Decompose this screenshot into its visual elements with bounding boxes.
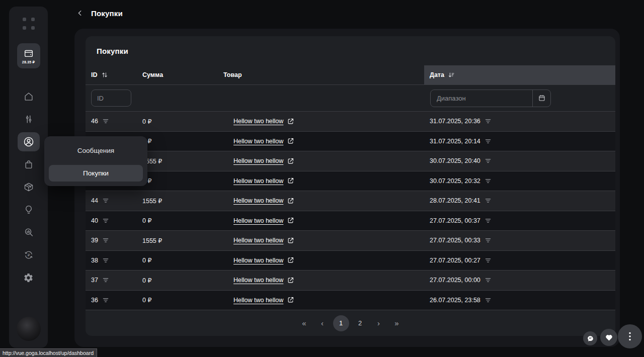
wallet-balance: 28.35 ₽ <box>22 60 35 64</box>
sidebar-item-package[interactable] <box>18 177 40 197</box>
cell-sum-value: 0 ₽ <box>142 118 151 125</box>
cell-id: 36 <box>86 291 137 310</box>
apps-grid-icon[interactable] <box>23 18 35 30</box>
sidebar-item-lightbulb[interactable] <box>18 200 40 219</box>
sort-desc-icon <box>448 71 455 78</box>
cell-date: 28.07.2025, 20:41 <box>424 191 615 211</box>
filter-lines-icon[interactable] <box>102 297 109 303</box>
filter-lines-icon[interactable] <box>485 118 492 124</box>
more-options-fab-button[interactable] <box>618 324 642 348</box>
filter-lines-icon[interactable] <box>485 178 492 184</box>
sidebar-item-settings[interactable] <box>18 268 40 287</box>
pagination-next-button[interactable]: › <box>371 316 386 331</box>
product-link[interactable]: Hellow two hellow <box>233 217 294 224</box>
cell-sum-value: 0 ₽ <box>142 277 151 284</box>
filter-lines-icon[interactable] <box>485 277 492 283</box>
sidebar-item-profile[interactable] <box>18 132 40 151</box>
sidebar-item-ruble-refresh[interactable]: ₽ <box>18 245 40 264</box>
filter-lines-icon[interactable] <box>485 198 492 204</box>
product-link[interactable]: Hellow two hellow <box>233 177 294 185</box>
product-link[interactable]: Hellow two hellow <box>233 118 294 125</box>
cell-id: 46 <box>86 112 137 131</box>
cell-sum-value: 0 ₽ <box>142 296 151 304</box>
cell-date-value: 27.07.2025, 00:27 <box>430 257 480 264</box>
id-filter-input[interactable] <box>91 90 131 107</box>
table-row: 0 ₽ Hellow two hellow 30.07.2025, 20:32 <box>86 171 615 192</box>
filter-lines-icon[interactable] <box>102 118 109 124</box>
calendar-button[interactable] <box>532 90 550 107</box>
menu-item-purchases[interactable]: Покупки <box>49 165 143 182</box>
content-card: Покупки ID Сумма Товар Дата <box>74 29 620 347</box>
cell-sum: 0 ₽ <box>137 171 218 191</box>
filter-lines-icon[interactable] <box>485 218 492 224</box>
filter-lines-icon[interactable] <box>102 218 109 224</box>
product-link-label: Hellow two hellow <box>233 157 283 164</box>
filter-lines-icon[interactable] <box>485 158 492 164</box>
page-button-1[interactable]: 1 <box>333 315 349 331</box>
user-avatar[interactable] <box>17 317 41 341</box>
pagination-last-button[interactable]: » <box>389 316 405 331</box>
product-link[interactable]: Hellow two hellow <box>233 256 294 264</box>
product-link-label: Hellow two hellow <box>233 177 283 185</box>
purchases-card: Покупки ID Сумма Товар Дата <box>86 36 615 336</box>
column-header-sum[interactable]: Сумма <box>137 65 218 84</box>
column-header-id[interactable]: ID <box>86 65 137 84</box>
pagination-prev-button[interactable]: ‹ <box>315 316 330 331</box>
menu-item-messages[interactable]: Сообщения <box>49 141 143 160</box>
cell-product: Hellow two hellow <box>218 291 424 310</box>
product-link[interactable]: Hellow two hellow <box>233 197 294 205</box>
table-row: 46 0 ₽ Hellow two hellow 31 <box>86 112 615 132</box>
product-link[interactable]: Hellow two hellow <box>233 277 294 284</box>
cell-sum: 1555 ₽ <box>137 151 218 171</box>
filter-lines-icon[interactable] <box>102 277 109 283</box>
product-link[interactable]: Hellow two hellow <box>233 237 294 244</box>
favorites-fab-button[interactable] <box>600 329 617 346</box>
filter-lines-icon[interactable] <box>485 297 492 303</box>
table-row: 40 0 ₽ Hellow two hellow 27 <box>86 211 615 231</box>
wallet-button[interactable]: 28.35 ₽ <box>17 43 40 68</box>
sidebar-item-filters[interactable] <box>18 110 40 129</box>
cell-sum: 0 ₽ <box>137 271 218 290</box>
cell-product: Hellow two hellow <box>218 171 424 191</box>
ruble-refresh-icon: ₽ <box>23 249 34 260</box>
cell-id: 37 <box>86 271 137 290</box>
shopping-bag-icon <box>23 159 34 170</box>
chat-fab-button[interactable] <box>583 331 597 345</box>
filter-lines-icon[interactable] <box>102 198 109 204</box>
product-link[interactable]: Hellow two hellow <box>233 296 294 304</box>
cell-sum-value: 0 ₽ <box>142 256 151 264</box>
sidebar-item-home[interactable] <box>18 87 40 106</box>
table-row: 44 1555 ₽ Hellow two hellow <box>86 191 615 211</box>
column-header-date[interactable]: Дата <box>424 65 615 84</box>
sidebar-item-shopping-bag[interactable] <box>18 155 40 174</box>
filter-lines-icon[interactable] <box>485 257 492 263</box>
cell-product: Hellow two hellow <box>218 132 424 151</box>
page-button-2[interactable]: 2 <box>352 315 368 331</box>
cell-product: Hellow two hellow <box>218 251 424 271</box>
external-link-icon <box>287 296 294 304</box>
filter-lines-icon[interactable] <box>485 237 492 243</box>
filter-lines-icon[interactable] <box>102 257 109 263</box>
pagination-pages: 12 <box>333 315 368 331</box>
cell-date: 27.07.2025, 00:37 <box>424 211 615 231</box>
cell-id-value: 39 <box>91 237 98 244</box>
date-range-input[interactable] <box>431 90 532 107</box>
product-link[interactable]: Hellow two hellow <box>233 157 294 165</box>
cell-sum: 0 ₽ <box>137 251 218 271</box>
filter-lines-icon[interactable] <box>485 138 492 144</box>
cell-sum-value: 1555 ₽ <box>142 237 162 244</box>
settings-gear-icon <box>23 273 34 283</box>
external-link-icon <box>287 197 294 205</box>
product-link-label: Hellow two hellow <box>233 237 283 244</box>
cell-date: 31.07.2025, 20:36 <box>424 112 615 131</box>
filter-lines-icon[interactable] <box>102 237 109 243</box>
cell-sum-value: 0 ₽ <box>142 217 151 224</box>
chevron-left-icon <box>76 10 84 17</box>
column-header-product[interactable]: Товар <box>218 65 424 84</box>
product-link[interactable]: Hellow two hellow <box>233 137 294 145</box>
pagination-first-button[interactable]: « <box>297 316 312 331</box>
wallet-icon <box>23 48 34 59</box>
sidebar-item-search-analytics[interactable] <box>18 223 40 242</box>
status-url: http://vue.goga.localhost/up/dashboard <box>3 350 94 356</box>
back-button[interactable] <box>75 9 85 18</box>
